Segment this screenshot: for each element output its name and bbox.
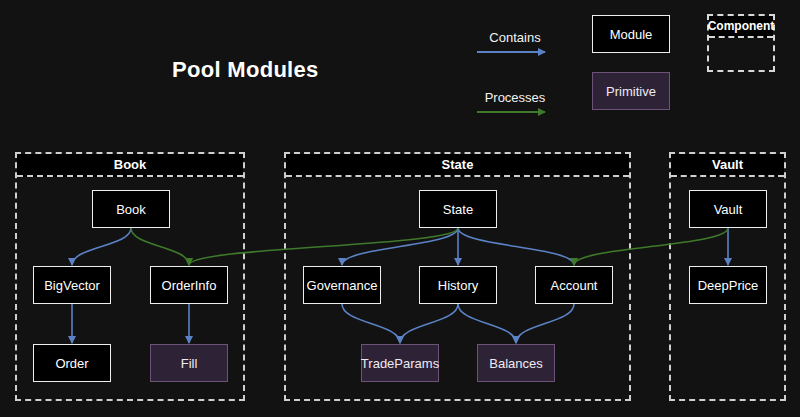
node-vault: Vault — [689, 190, 767, 228]
node-history: History — [419, 266, 497, 304]
pool-modules-diagram: Pool Modules Contains Processes Module P… — [0, 0, 800, 417]
legend-component-box: Component — [707, 14, 775, 72]
node-book: Book — [92, 190, 170, 228]
legend-module-box: Module — [592, 15, 670, 53]
page-title: Pool Modules — [172, 57, 319, 83]
legend-processes-label: Processes — [476, 90, 554, 105]
node-bigvector: BigVector — [33, 266, 111, 304]
node-tradeparams: TradeParams — [361, 344, 439, 382]
node-deepprice: DeepPrice — [689, 266, 767, 304]
node-orderinfo: OrderInfo — [150, 266, 228, 304]
node-balances: Balances — [477, 344, 555, 382]
container-book-title: Book — [17, 154, 243, 177]
node-order: Order — [33, 344, 111, 382]
container-vault-title: Vault — [671, 154, 784, 177]
legend-component-title: Component — [709, 16, 773, 38]
node-fill: Fill — [150, 344, 228, 382]
node-governance: Governance — [303, 266, 381, 304]
container-state-title: State — [286, 154, 629, 177]
legend-primitive-box: Primitive — [592, 72, 670, 110]
legend-contains-label: Contains — [476, 30, 554, 45]
node-account: Account — [535, 266, 613, 304]
node-state: State — [419, 190, 497, 228]
